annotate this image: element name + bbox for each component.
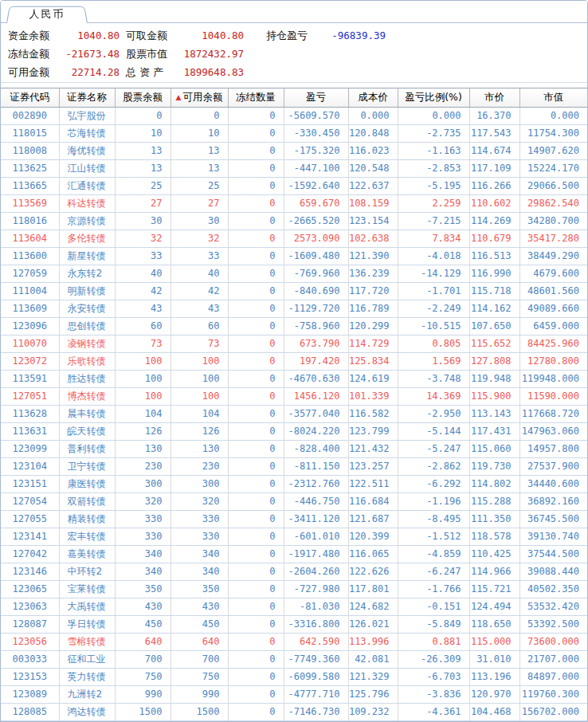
table-row[interactable]: 118015芯海转债10100-330.450120.848-2.735117.…: [1, 125, 587, 143]
table-row[interactable]: 127051博杰转债10010001456.120101.33914.36911…: [1, 388, 587, 406]
up-triangle-icon: ▲: [176, 93, 182, 101]
stock-market-value-value: 1872432.97: [177, 48, 244, 60]
cell-pnl-ratio: -5.144: [398, 423, 469, 441]
table-row[interactable]: 127059永东转240400-769.960136.239-14.129116…: [1, 265, 587, 283]
cell-frozen: 0: [228, 423, 284, 441]
column-header-market-price[interactable]: 市价: [469, 88, 519, 108]
cell-available: 350: [171, 581, 228, 598]
table-row[interactable]: 123063大禹转债4304300-81.030124.682-0.151124…: [1, 598, 587, 616]
table-row[interactable]: 113600新星转债33330-1609.480121.390-4.018116…: [1, 248, 587, 265]
table-row[interactable]: 123104卫宁转债2302300-811.150123.257-2.86211…: [1, 458, 587, 476]
column-header-balance[interactable]: 股票余额: [115, 88, 171, 108]
cell-pnl-ratio: 2.259: [398, 195, 469, 213]
table-row[interactable]: 128087孚日转债4504500-3316.800126.021-5.8491…: [1, 616, 587, 634]
cell-name: 英力转债: [59, 669, 115, 686]
cell-available: 60: [171, 318, 228, 335]
cell-balance: 990: [115, 686, 171, 704]
table-row[interactable]: 123072乐歌转债1001000197.420125.8341.569127.…: [1, 353, 587, 371]
cell-market-price: 127.808: [469, 353, 519, 371]
cell-balance: 40: [115, 265, 171, 283]
cell-cost-price: 102.638: [348, 230, 398, 248]
cell-pnl: -3411.120: [284, 511, 348, 528]
cell-market-value: 147963.060: [519, 423, 587, 441]
table-row[interactable]: 123089九洲转29909900-4777.710125.796-3.8361…: [1, 686, 587, 704]
cell-cost-price: 122.511: [348, 476, 398, 493]
cell-balance: 330: [115, 511, 171, 528]
cell-balance: 126: [115, 423, 171, 441]
table-row[interactable]: 123096思创转债60600-758.960120.299-10.515107…: [1, 318, 587, 335]
cell-cost-price: 116.023: [348, 143, 398, 160]
table-row[interactable]: 113628晨丰转债1041040-3577.040116.582-2.9501…: [1, 406, 587, 423]
cell-available: 0: [171, 108, 228, 125]
table-row[interactable]: 127042嘉美转债3403400-1917.480116.065-4.8591…: [1, 546, 587, 563]
column-header-code[interactable]: 证券代码: [1, 88, 59, 108]
cell-cost-price: 123.257: [348, 458, 398, 476]
tab-rmb[interactable]: 人民币: [6, 5, 88, 23]
cell-available: 430: [171, 598, 228, 616]
cell-frozen: 0: [228, 283, 284, 300]
table-row[interactable]: 123141宏丰转债3303300-601.010120.399-1.51211…: [1, 528, 587, 546]
cell-pnl-ratio: -4.018: [398, 248, 469, 265]
cell-pnl: -758.960: [284, 318, 348, 335]
table-row[interactable]: 127055精装转债3303300-3411.120121.687-8.4951…: [1, 511, 587, 528]
cell-available: 1500: [171, 704, 228, 721]
cell-name: 卫宁转债: [59, 458, 115, 476]
column-header-name[interactable]: 证券名称: [59, 88, 115, 108]
cell-code: 123146: [1, 563, 59, 581]
cell-frozen: 0: [228, 528, 284, 546]
table-row[interactable]: 123065宝莱转债3503500-727.980117.801-1.76611…: [1, 581, 587, 598]
table-row[interactable]: 113569科达转债27270659.670108.1592.259110.60…: [1, 195, 587, 213]
cell-available: 104: [171, 406, 228, 423]
cell-name: 雪榕转债: [59, 634, 115, 651]
cell-available: 990: [171, 686, 228, 704]
table-row[interactable]: 118016京源转债30300-2665.520123.154-7.215114…: [1, 213, 587, 230]
table-row[interactable]: 123153英力转债7507500-6099.580121.329-6.7031…: [1, 669, 587, 686]
cell-available: 13: [171, 143, 228, 160]
table-row[interactable]: 003033征和工业7007000-7749.36042.081-26.3093…: [1, 651, 587, 669]
cell-name: 胜达转债: [59, 371, 115, 388]
column-header-cost-price[interactable]: 成本价: [348, 88, 398, 108]
cell-market-price: 115.000: [469, 634, 519, 651]
cell-market-price: 115.900: [469, 388, 519, 406]
table-row[interactable]: 111004明新转债42420-840.690117.720-1.701115.…: [1, 283, 587, 300]
cell-name: 海优转债: [59, 143, 115, 160]
cell-frozen: 0: [228, 125, 284, 143]
cell-market-price: 114.269: [469, 213, 519, 230]
table-row[interactable]: 113631皖天转债1261260-8024.220123.799-5.1441…: [1, 423, 587, 441]
column-header-pnl[interactable]: 盈亏: [284, 88, 348, 108]
cell-name: 九洲转2: [59, 686, 115, 704]
cell-market-value: 39088.440: [519, 563, 587, 581]
cell-available: 450: [171, 616, 228, 634]
cell-balance: 33: [115, 248, 171, 265]
table-row[interactable]: 118008海优转债13130-175.320116.023-1.163114.…: [1, 143, 587, 160]
cell-pnl-ratio: -2.862: [398, 458, 469, 476]
table-row[interactable]: 123151康医转债3003000-2312.760122.511-6.2921…: [1, 476, 587, 493]
table-row[interactable]: 002890弘宇股份000-5609.5700.0000.00016.3700.…: [1, 108, 587, 125]
cell-pnl-ratio: -7.215: [398, 213, 469, 230]
cell-code: 123065: [1, 581, 59, 598]
cell-cost-price: 136.239: [348, 265, 398, 283]
table-row[interactable]: 113591胜达转债1001000-4670.630124.619-3.7481…: [1, 371, 587, 388]
cell-market-value: 37544.500: [519, 546, 587, 563]
table-row[interactable]: 113665汇通转债25250-1592.640122.637-5.195116…: [1, 178, 587, 195]
table-row[interactable]: 128085鸿达转债150015000-7146.730109.232-4.36…: [1, 704, 587, 721]
column-header-frozen[interactable]: 冻结数量: [228, 88, 284, 108]
table-row[interactable]: 123146中环转23403400-2604.260122.626-6.2471…: [1, 563, 587, 581]
column-header-pnl-ratio[interactable]: 盈亏比例(%): [398, 88, 469, 108]
table-row[interactable]: 123099普利转债1301300-828.400121.432-5.24711…: [1, 441, 587, 458]
cell-pnl: 2573.090: [284, 230, 348, 248]
table-row[interactable]: 113609永安转债43430-1129.720116.789-2.249114…: [1, 300, 587, 318]
table-row[interactable]: 127054双箭转债3203200-446.750116.684-1.19611…: [1, 493, 587, 511]
cell-market-price: 119.730: [469, 458, 519, 476]
column-header-market-value[interactable]: 市值: [519, 88, 587, 108]
table-row[interactable]: 113604多伦转债323202573.090102.6387.834110.6…: [1, 230, 587, 248]
table-row[interactable]: 123056雪榕转债6406400642.590113.9960.881115.…: [1, 634, 587, 651]
column-header-available[interactable]: ▲可用余额: [171, 88, 228, 108]
table-row[interactable]: 110070凌钢转债73730673.790114.7290.805115.65…: [1, 335, 587, 353]
table-row[interactable]: 113625江山转债13130-447.100120.548-2.853117.…: [1, 160, 587, 178]
summary-row-2: 冻结金额 -21673.48 股票市值 1872432.97: [1, 45, 587, 63]
cell-pnl-ratio: -1.163: [398, 143, 469, 160]
cell-available: 30: [171, 213, 228, 230]
cell-balance: 350: [115, 581, 171, 598]
cell-market-price: 113.143: [469, 406, 519, 423]
